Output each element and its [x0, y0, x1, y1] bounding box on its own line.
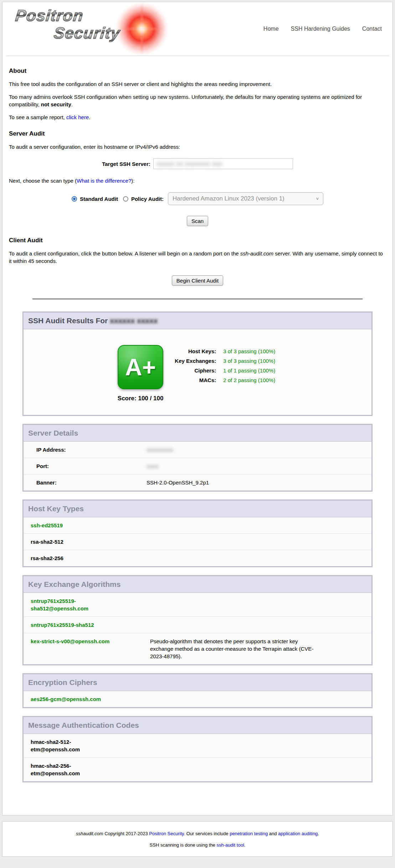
starburst-icon — [115, 2, 169, 56]
scan-type-difference-link[interactable]: What is the difference? — [77, 178, 131, 184]
algorithm-name-line: sha512@openssh.com — [31, 605, 88, 611]
encryption-ciphers-title: Encryption Ciphers — [24, 674, 371, 691]
logo-line-1: Positron — [15, 7, 84, 24]
about-defaults-period: . — [71, 101, 73, 107]
about-defaults: Too many admins overlook SSH configurati… — [9, 93, 386, 108]
footer-copyright-text: Copyright 2017-2023 — [103, 831, 149, 836]
stat-row: Key Exchanges: 3 of 3 passing (100%) — [173, 356, 277, 366]
algorithm-note: Pseudo-algorithm that denotes the peer s… — [150, 638, 325, 660]
target-ssh-server-input[interactable]: xxxxx xx xxxxxxx xxx — [153, 158, 293, 169]
about-intro: This free tool audits the configuration … — [9, 80, 386, 88]
algorithm-row: hmac-sha2-256- etm@openssh.com — [24, 758, 371, 781]
redacted-ip: xxxxxxxxx — [147, 447, 173, 453]
algorithm-row: sntrup761x25519- sha512@openssh.com — [24, 593, 371, 617]
footer-line-2: SSH scanning is done using the ssh-audit… — [7, 842, 388, 848]
stat-row: Ciphers: 1 of 1 passing (100%) — [173, 366, 277, 375]
footer-card: sshaudit.com Copyright 2017-2023 Positro… — [2, 821, 393, 857]
algorithm-row: rsa-sha2-256 — [24, 550, 371, 566]
nav-link-ssh-hardening-guides[interactable]: SSH Hardening Guides — [291, 26, 350, 32]
logo-line-2: Security — [53, 25, 121, 41]
sample-report-period: . — [89, 114, 90, 120]
standard-audit-radio[interactable] — [72, 196, 77, 202]
detail-row: IP Address: xxxxxxxxx — [24, 442, 371, 458]
algorithm-row: sntrup761x25519-sha512 — [24, 617, 371, 633]
footer-link-positron-security[interactable]: Positron Security — [149, 831, 184, 836]
sample-report-text: To see a sample report, — [9, 114, 66, 120]
client-audit-heading: Client Audit — [9, 237, 386, 244]
footer-link-penetration-testing[interactable]: penetration testing — [230, 831, 268, 836]
detail-label: Banner: — [24, 479, 147, 486]
algorithm-name-line: sntrup761x25519- — [31, 598, 76, 604]
algorithm-name: hmac-sha2-512- etm@openssh.com — [24, 738, 150, 753]
redacted-port: xxxx — [147, 463, 158, 469]
algorithm-name: aes256-gcm@openssh.com — [24, 695, 150, 703]
scan-type-row: Standard Audit Policy Audit: Hardened Am… — [9, 192, 386, 205]
grade-badge: A+ — [118, 345, 163, 389]
results-title: SSH Audit Results For — [28, 316, 110, 325]
footer-link-application-auditing[interactable]: application auditing — [278, 831, 318, 836]
begin-client-audit-button[interactable]: Begin Client Audit — [172, 275, 223, 286]
stat-row: MACs: 2 of 2 passing (100%) — [173, 375, 277, 385]
nav-link-home[interactable]: Home — [263, 26, 279, 32]
stat-label: Ciphers: — [173, 366, 218, 375]
algorithm-name-line: etm@openssh.com — [31, 746, 80, 752]
scan-button[interactable]: Scan — [187, 216, 208, 226]
stat-value: 1 of 1 passing (100%) — [218, 366, 277, 375]
site-logo[interactable]: Positron Security — [12, 7, 169, 51]
stat-label: Host Keys: — [173, 346, 218, 356]
scan-type-text-end: ): — [131, 178, 134, 184]
chevron-down-icon: ˅ — [316, 196, 319, 202]
redacted-input-value: xxxxx xx xxxxxxx xxx — [157, 160, 222, 168]
algorithm-name-line: etm@openssh.com — [31, 770, 80, 776]
algorithm-row: rsa-sha2-512 — [24, 534, 371, 550]
algorithm-name-line: hmac-sha2-512- — [31, 739, 71, 745]
algorithm-row: aes256-gcm@openssh.com — [24, 691, 371, 707]
host-key-types-panel: Host Key Types ssh-ed25519 rsa-sha2-512 … — [22, 499, 373, 567]
macs-panel: Message Authentication Codes hmac-sha2-5… — [22, 716, 373, 782]
standard-audit-label[interactable]: Standard Audit — [80, 196, 118, 202]
ssh-audit-domain-emphasis: ssh-audit.com — [240, 250, 273, 257]
algorithm-name-line: hmac-sha2-256- — [31, 763, 71, 769]
stat-value: 3 of 3 passing (100%) — [218, 346, 277, 356]
stat-value: 3 of 3 passing (100%) — [218, 356, 277, 366]
section-divider — [32, 299, 363, 299]
detail-value: SSH-2.0-OpenSSH_9.2p1 — [147, 479, 371, 486]
results-stats: Host Keys: 3 of 3 passing (100%) Key Exc… — [173, 346, 277, 385]
server-audit-intro: To audit a server configuration, enter i… — [9, 143, 386, 151]
stat-label: MACs: — [173, 375, 218, 385]
algorithm-name: sntrup761x25519-sha512 — [24, 621, 150, 629]
site-header: Positron Security Home SSH Hardening Gui… — [2, 2, 393, 52]
scan-type-text: Next, choose the scan type ( — [9, 178, 77, 184]
policy-select[interactable]: Hardened Amazon Linux 2023 (version 1) ˅ — [168, 192, 323, 205]
results-body: A+ Score: 100 / 100 Host Keys: 3 of 3 pa… — [24, 329, 371, 415]
main-card: Positron Security Home SSH Hardening Gui… — [2, 2, 393, 816]
target-ssh-server-label: Target SSH Server: — [102, 161, 150, 167]
policy-audit-radio[interactable] — [123, 196, 128, 202]
stat-label: Key Exchanges: — [173, 356, 218, 366]
sample-report-link[interactable]: click here — [66, 114, 89, 120]
footer-period-2: . — [244, 842, 246, 848]
server-details-title: Server Details — [24, 425, 371, 442]
footer-link-ssh-audit-tool[interactable]: ssh-audit tool — [216, 842, 244, 848]
footer-site-name: sshaudit.com — [76, 831, 103, 836]
grade-column: A+ Score: 100 / 100 — [118, 345, 164, 402]
results-panel-header: SSH Audit Results For xxxxxx xxxxx — [24, 313, 371, 329]
about-heading: About — [9, 67, 386, 75]
key-exchange-title: Key Exchange Algorithms — [24, 576, 371, 593]
nav-link-contact[interactable]: Contact — [362, 26, 382, 32]
host-key-types-title: Host Key Types — [24, 501, 371, 517]
algorithm-row: kex-strict-s-v00@openssh.com Pseudo-algo… — [24, 633, 371, 664]
detail-row: Banner: SSH-2.0-OpenSSH_9.2p1 — [24, 474, 371, 491]
footer-and-text: and — [268, 831, 278, 836]
server-audit-heading: Server Audit — [9, 130, 386, 137]
key-exchange-panel: Key Exchange Algorithms sntrup761x25519-… — [22, 575, 373, 665]
detail-value: xxxxxxxxx — [147, 446, 371, 453]
begin-client-audit-row: Begin Client Audit — [9, 275, 386, 286]
policy-audit-label[interactable]: Policy Audit: — [131, 196, 164, 202]
stat-row: Host Keys: 3 of 3 passing (100%) — [173, 346, 277, 356]
client-audit-text: To audit a client configuration, click t… — [9, 250, 240, 257]
algorithm-row: hmac-sha2-512- etm@openssh.com — [24, 734, 371, 758]
footer-period: . — [318, 831, 319, 836]
footer-line-1: sshaudit.com Copyright 2017-2023 Positro… — [7, 831, 388, 836]
server-details-panel: Server Details IP Address: xxxxxxxxx Por… — [22, 424, 373, 492]
